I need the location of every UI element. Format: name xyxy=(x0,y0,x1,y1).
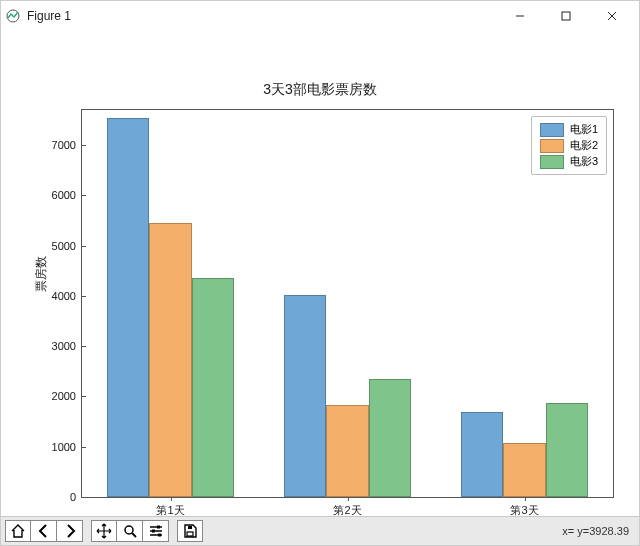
y-tick-label: 1000 xyxy=(52,441,82,453)
bar xyxy=(546,403,588,497)
app-icon xyxy=(5,8,21,24)
y-tick-label: 0 xyxy=(70,491,82,503)
svg-rect-2 xyxy=(562,12,570,20)
bar xyxy=(503,443,545,497)
forward-button[interactable] xyxy=(57,520,83,542)
y-axis-label: 票房数 xyxy=(33,256,50,292)
cursor-coords: x= y=3928.39 xyxy=(562,525,635,537)
bar xyxy=(149,223,191,497)
svg-point-5 xyxy=(125,526,133,534)
svg-line-6 xyxy=(132,533,136,537)
svg-rect-11 xyxy=(152,530,155,533)
close-button[interactable] xyxy=(589,1,635,31)
legend-swatch-icon xyxy=(540,139,564,153)
bar xyxy=(284,295,326,497)
window-title: Figure 1 xyxy=(27,9,71,23)
y-tick-label: 5000 xyxy=(52,240,82,252)
x-tick-label: 第1天 xyxy=(156,497,184,518)
plot-area: 电影1 电影2 电影3 0100020003000400050006000700… xyxy=(81,109,614,498)
figure-window: Figure 1 3天3部电影票房数 票房数 电影1 电影2 电影3 01000… xyxy=(0,0,640,546)
bar xyxy=(107,118,149,497)
legend-swatch-icon xyxy=(540,123,564,137)
legend-label: 电影1 xyxy=(570,122,598,137)
x-tick-label: 第3天 xyxy=(510,497,538,518)
figure-canvas[interactable]: 3天3部电影票房数 票房数 电影1 电影2 电影3 01000200030004… xyxy=(1,31,639,516)
svg-rect-13 xyxy=(187,532,193,536)
bar xyxy=(192,278,234,497)
legend-label: 电影3 xyxy=(570,154,598,169)
x-tick-label: 第2天 xyxy=(333,497,361,518)
legend-swatch-icon xyxy=(540,155,564,169)
zoom-button[interactable] xyxy=(117,520,143,542)
minimize-button[interactable] xyxy=(497,1,543,31)
bar xyxy=(369,379,411,497)
legend-label: 电影2 xyxy=(570,138,598,153)
y-tick-label: 3000 xyxy=(52,340,82,352)
y-tick-label: 6000 xyxy=(52,189,82,201)
svg-rect-14 xyxy=(188,526,192,529)
home-button[interactable] xyxy=(5,520,31,542)
svg-rect-12 xyxy=(158,534,161,537)
svg-rect-10 xyxy=(157,526,160,529)
bar xyxy=(461,412,503,497)
maximize-button[interactable] xyxy=(543,1,589,31)
back-button[interactable] xyxy=(31,520,57,542)
pan-button[interactable] xyxy=(91,520,117,542)
y-tick-label: 2000 xyxy=(52,390,82,402)
legend-item: 电影1 xyxy=(540,122,598,137)
navigation-toolbar: x= y=3928.39 xyxy=(1,516,639,545)
legend-item: 电影3 xyxy=(540,154,598,169)
y-tick-label: 7000 xyxy=(52,139,82,151)
chart-title: 3天3部电影票房数 xyxy=(1,81,639,99)
save-button[interactable] xyxy=(177,520,203,542)
bar xyxy=(326,405,368,497)
configure-subplots-button[interactable] xyxy=(143,520,169,542)
y-tick-label: 4000 xyxy=(52,290,82,302)
legend: 电影1 电影2 电影3 xyxy=(531,116,607,175)
legend-item: 电影2 xyxy=(540,138,598,153)
title-bar: Figure 1 xyxy=(1,1,639,31)
